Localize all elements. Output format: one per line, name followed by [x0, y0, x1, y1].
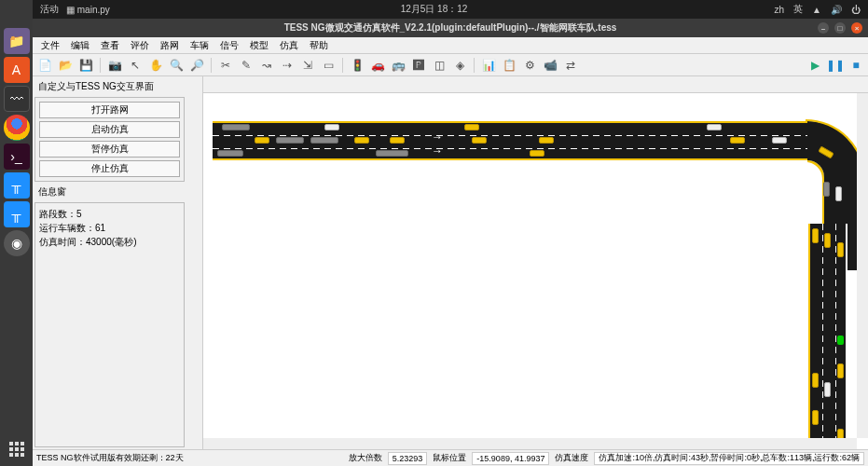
vehicles-count: 61 [95, 223, 105, 233]
stop-button[interactable]: ■ [847, 57, 864, 74]
lang-indicator[interactable]: 英 [793, 3, 803, 16]
menu-vehicle[interactable]: 车辆 [186, 39, 214, 52]
menu-sim[interactable]: 仿真 [275, 39, 303, 52]
gnome-topbar: 活动 ▦ main.py 12月5日 18：12 zh 英 ▲ 🔊 ⏻ [33, 0, 868, 19]
zoomout-icon[interactable]: 🔎 [188, 57, 205, 74]
app-window: 文件 编辑 查看 评价 路网 车辆 信号 模型 仿真 帮助 📄 📂 💾 📷 ↖ … [33, 37, 868, 466]
pointer-icon[interactable]: ↖ [127, 57, 144, 74]
maximize-button[interactable]: □ [834, 22, 846, 34]
terminal-icon[interactable]: ›_ [4, 144, 30, 170]
ruler-vertical [186, 76, 203, 449]
network-icon[interactable]: ▲ [812, 5, 821, 15]
vehicle [837, 429, 844, 438]
pause-sim-button[interactable]: 暂停仿真 [39, 141, 180, 158]
monitor-icon[interactable]: 〰 [4, 86, 30, 112]
reduce-icon[interactable]: ⇲ [299, 57, 316, 74]
activities-button[interactable]: 活动 [40, 3, 59, 16]
sidebar: 自定义与TESS NG交互界面 打开路网 启动仿真 暂停仿真 停止仿真 信息窗 … [33, 76, 186, 449]
vehicle [390, 137, 405, 144]
open-icon[interactable]: 📂 [57, 57, 74, 74]
hand-icon[interactable]: ✋ [147, 57, 164, 74]
files-icon[interactable]: 📁 [4, 28, 30, 54]
trial-label: TESS NG软件试用版有效期还剩：22天 [36, 452, 184, 464]
zoom-label: 放大倍数 [349, 452, 382, 464]
vehicle [837, 242, 844, 257]
pause-button[interactable]: ❚❚ [827, 57, 844, 74]
ime-indicator[interactable]: zh [775, 5, 785, 15]
area-icon[interactable]: ▭ [320, 57, 337, 74]
new-icon[interactable]: 📄 [36, 57, 53, 74]
software-store-icon[interactable]: A [4, 57, 30, 83]
scrollbar-vertical[interactable] [857, 93, 868, 438]
direction-arrow-icon: → [432, 144, 443, 158]
save-icon[interactable]: 💾 [77, 57, 94, 74]
workspace: 自定义与TESS NG交互界面 打开路网 启动仿真 暂停仿真 停止仿真 信息窗 … [33, 76, 868, 449]
statusbar: TESS NG软件试用版有效期还剩：22天 放大倍数 5.23293 鼠标位置 … [33, 449, 868, 466]
connector-icon[interactable]: ⇢ [279, 57, 296, 74]
sound-icon[interactable]: 🔊 [831, 5, 842, 15]
minimize-button[interactable]: – [818, 22, 829, 34]
vehicle [837, 363, 844, 378]
menu-file[interactable]: 文件 [36, 39, 64, 52]
menu-signal[interactable]: 信号 [215, 39, 243, 52]
edit-icon[interactable]: ✎ [238, 57, 255, 74]
link-icon[interactable]: ↝ [258, 57, 275, 74]
vehicle [472, 137, 487, 144]
vehicle [376, 150, 408, 157]
play-button[interactable]: ▶ [806, 57, 823, 74]
open-network-button[interactable]: 打开路网 [39, 102, 180, 118]
config-icon[interactable]: ⚙ [521, 57, 538, 74]
mouse-label: 鼠标位置 [433, 452, 466, 464]
bus-icon[interactable]: 🚌 [390, 57, 406, 74]
info-title: 信息窗 [34, 184, 185, 200]
menu-edit[interactable]: 编辑 [66, 39, 94, 52]
vehicle [324, 124, 339, 130]
capture-icon[interactable]: 📷 [106, 57, 123, 74]
panel-title: 自定义与TESS NG交互界面 [34, 78, 185, 95]
sim-time: 43000(毫秒) [86, 237, 136, 247]
window-title: TESS NG微观交通仿真软件_V2.2.1(plugin:defaultPlu… [284, 21, 617, 34]
menu-view[interactable]: 查看 [96, 39, 124, 52]
vehicle [823, 182, 830, 197]
menu-network[interactable]: 路网 [156, 39, 184, 52]
vehicle [310, 137, 338, 144]
vehicle [354, 137, 369, 144]
menu-eval[interactable]: 评价 [126, 39, 154, 52]
report-icon[interactable]: 📋 [501, 57, 517, 74]
vehicle [835, 186, 842, 201]
stop-sim-button[interactable]: 停止仿真 [39, 160, 180, 177]
links-count: 5 [76, 209, 82, 219]
vehicle [824, 233, 831, 248]
camera-icon[interactable]: 📹 [542, 57, 558, 74]
menubar: 文件 编辑 查看 评价 路网 车辆 信号 模型 仿真 帮助 [33, 37, 868, 54]
start-sim-button[interactable]: 启动仿真 [39, 121, 180, 138]
vehicle [222, 124, 250, 130]
station-icon[interactable]: 🅿 [410, 57, 427, 74]
disc-icon[interactable]: ◉ [4, 230, 30, 256]
menu-help[interactable]: 帮助 [305, 39, 333, 52]
zoomin-icon[interactable]: 🔍 [168, 57, 185, 74]
cut-icon[interactable]: ✂ [217, 57, 234, 74]
vehicle [812, 410, 819, 425]
menu-model[interactable]: 模型 [245, 39, 273, 52]
convert-icon[interactable]: ⇄ [562, 57, 579, 74]
simulation-canvas[interactable]: → → [203, 93, 857, 438]
chart-icon[interactable]: 📊 [480, 57, 497, 74]
zone-icon[interactable]: ◈ [451, 57, 468, 74]
scrollbar-horizontal[interactable] [203, 438, 857, 449]
canvas-wrap: → → [186, 76, 868, 449]
app-icon-2[interactable]: ╥ [4, 201, 30, 227]
vehicle [772, 137, 787, 144]
detector-icon[interactable]: ◫ [431, 57, 448, 74]
show-applications-icon[interactable] [9, 442, 24, 457]
topbar-app-name[interactable]: ▦ main.py [66, 5, 110, 15]
topbar-datetime[interactable]: 12月5日 18：12 [401, 3, 468, 16]
car-icon[interactable]: 🚗 [369, 57, 386, 74]
chrome-icon[interactable] [4, 115, 30, 141]
button-panel: 打开路网 启动仿真 暂停仿真 停止仿真 [34, 97, 185, 182]
vehicle [812, 228, 819, 243]
close-button[interactable]: × [851, 22, 862, 34]
power-icon[interactable]: ⏻ [851, 5, 861, 15]
app-icon-1[interactable]: ╥ [4, 172, 30, 199]
signal-icon[interactable]: 🚦 [349, 57, 365, 74]
